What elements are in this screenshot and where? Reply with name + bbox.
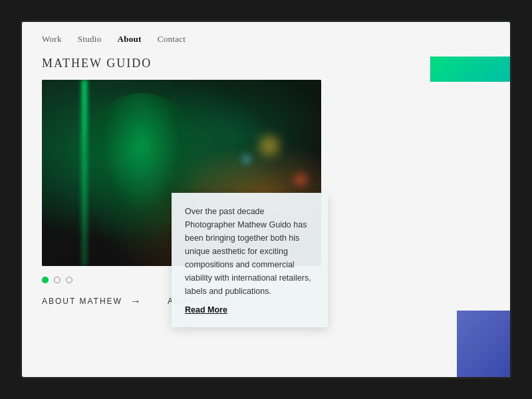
bokeh-light-2 — [294, 173, 307, 186]
main-content: Mathew Guido Over the past decade Photog… — [22, 57, 510, 321]
about-mathew-arrow-icon: → — [130, 295, 141, 307]
carousel-dot-2[interactable] — [54, 277, 61, 283]
bokeh-light-3 — [241, 154, 251, 164]
nav-item-studio[interactable]: Studio — [78, 34, 102, 45]
nav-item-about[interactable]: About — [118, 34, 142, 45]
carousel-dot-1[interactable] — [42, 277, 49, 283]
navigation: Work Studio About Contact — [22, 22, 510, 57]
nav-item-contact[interactable]: Contact — [158, 34, 186, 45]
browser-frame: Work Studio About Contact Mathew Guido O… — [20, 20, 512, 379]
nav-item-work[interactable]: Work — [42, 34, 62, 45]
bokeh-light-1 — [259, 136, 279, 156]
read-more-link[interactable]: Read More — [185, 305, 227, 315]
page-title: Mathew Guido — [42, 57, 490, 70]
corner-blue-decoration — [457, 311, 510, 377]
about-mathew-link[interactable]: About Mathew → — [42, 295, 141, 307]
info-card-body: Over the past decade Photographer Mathew… — [185, 205, 315, 298]
about-mathew-label: About Mathew — [42, 297, 122, 306]
info-card: Over the past decade Photographer Mathew… — [172, 193, 328, 327]
carousel-dot-3[interactable] — [66, 277, 72, 283]
